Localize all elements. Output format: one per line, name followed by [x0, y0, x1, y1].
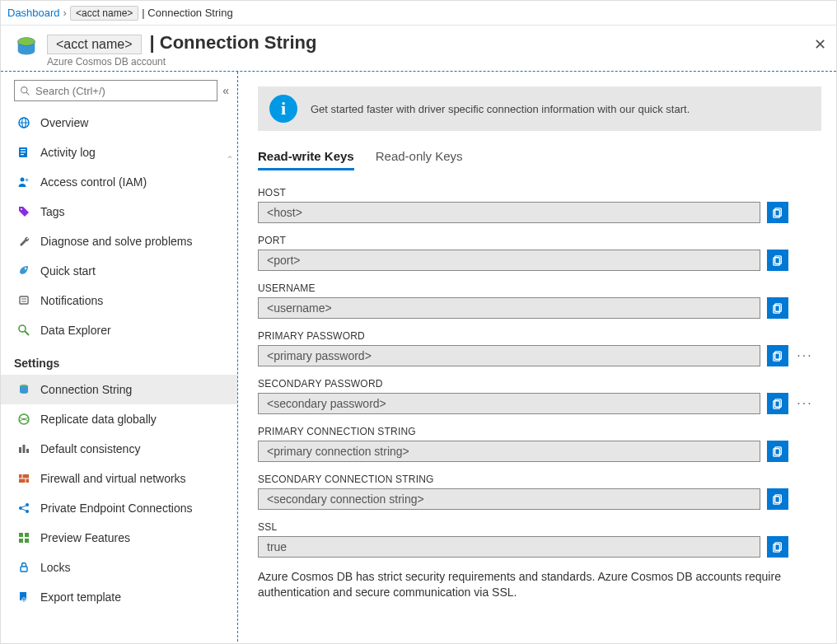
value-primary-connection-string[interactable]: <primary connection string>: [258, 441, 760, 462]
breadcrumb-dashboard[interactable]: Dashboard: [7, 7, 60, 19]
svg-rect-37: [19, 539, 23, 543]
copy-port-button[interactable]: [767, 250, 788, 271]
nav-label: Export template: [40, 590, 121, 604]
tabs: Read-write Keys Read-only Keys: [258, 149, 821, 170]
main-content: i Get started faster with driver specifi…: [238, 72, 836, 644]
header-subtitle: Azure Cosmos DB account: [47, 56, 316, 68]
nav-notifications[interactable]: Notifications: [1, 286, 237, 315]
nav-label: Notifications: [40, 294, 103, 307]
copy-secondary-connection-string-button[interactable]: [767, 488, 788, 510]
bell-icon: [17, 294, 30, 307]
svg-line-34: [22, 509, 26, 511]
nav-consistency[interactable]: Default consistency: [1, 434, 237, 464]
info-banner: i Get started faster with driver specifi…: [258, 86, 821, 131]
more-primary-password-button[interactable]: ···: [795, 348, 815, 363]
network-icon: [17, 502, 30, 515]
nav-label: Connection String: [40, 383, 132, 396]
svg-rect-9: [21, 149, 26, 150]
svg-line-4: [26, 92, 29, 95]
blade-header: <acct name> | Connection String Azure Co…: [1, 26, 836, 72]
tab-read-write[interactable]: Read-write Keys: [258, 149, 354, 170]
grid-icon: [17, 531, 30, 544]
svg-point-3: [21, 86, 27, 92]
sidebar: « ⌃ Overview Activity log Access control…: [1, 72, 238, 644]
label-primary-connection-string: PRIMARY CONNECTION STRING: [258, 426, 821, 437]
close-button[interactable]: ✕: [814, 35, 826, 54]
collapse-sidebar-button[interactable]: «: [222, 84, 229, 97]
value-secondary-connection-string[interactable]: <secondary connection string>: [258, 488, 760, 510]
breadcrumb-account[interactable]: <acct name>: [70, 6, 138, 21]
header-account-name: <acct name>: [47, 35, 142, 54]
tag-icon: [17, 205, 30, 218]
security-note: Azure Cosmos DB has strict security requ…: [258, 569, 802, 600]
value-port[interactable]: <port>: [258, 250, 760, 271]
sidebar-nav: Overview Activity log Access control (IA…: [1, 108, 237, 644]
nav-quick-start[interactable]: Quick start: [1, 256, 237, 286]
value-host[interactable]: <host>: [258, 202, 760, 223]
tab-read-only[interactable]: Read-only Keys: [376, 149, 463, 170]
copy-secondary-password-button[interactable]: [767, 393, 788, 414]
value-ssl[interactable]: true: [258, 536, 760, 558]
nav-label: Firewall and virtual networks: [40, 472, 186, 485]
nav-label: Default consistency: [40, 442, 140, 455]
label-secondary-password: SECONDARY PASSWORD: [258, 378, 821, 390]
nav-data-explorer[interactable]: Data Explorer: [1, 315, 237, 345]
nav-replicate[interactable]: Replicate data globally: [1, 404, 237, 434]
nav-preview[interactable]: Preview Features: [1, 523, 237, 553]
nav-label: Data Explorer: [40, 324, 111, 337]
page-title: | Connection String: [150, 32, 317, 54]
value-secondary-password[interactable]: <secondary password>: [258, 393, 760, 414]
people-icon: [17, 175, 30, 189]
nav-diagnose[interactable]: Diagnose and solve problems: [1, 226, 237, 256]
copy-ssl-button[interactable]: [767, 536, 788, 558]
explorer-icon: [17, 324, 30, 337]
nav-export-template[interactable]: Export template: [1, 582, 237, 612]
globe-icon: [17, 116, 30, 129]
nav-overview[interactable]: Overview: [1, 108, 237, 138]
nav-firewall[interactable]: Firewall and virtual networks: [1, 464, 237, 493]
scrollbar-up-icon[interactable]: ⌃: [226, 154, 234, 166]
nav-label: Locks: [40, 561, 71, 574]
nav-private-endpoint[interactable]: Private Endpoint Connections: [1, 493, 237, 523]
field-host: HOST <host>: [258, 187, 821, 223]
copy-primary-password-button[interactable]: [767, 345, 788, 366]
svg-point-2: [18, 38, 35, 45]
wrench-icon: [17, 235, 30, 248]
nav-access-control[interactable]: Access control (IAM): [1, 167, 237, 197]
svg-point-12: [21, 178, 25, 182]
label-host: HOST: [258, 187, 821, 198]
rocket-icon: [17, 264, 30, 278]
nav-activity-log[interactable]: Activity log: [1, 138, 237, 167]
field-username: USERNAME <username>: [258, 282, 821, 319]
svg-line-20: [25, 331, 29, 335]
field-primary-connection-string: PRIMARY CONNECTION STRING <primary conne…: [258, 426, 821, 462]
label-port: PORT: [258, 235, 821, 246]
nav-label: Activity log: [40, 146, 96, 159]
more-secondary-password-button[interactable]: ···: [795, 396, 815, 411]
search-input[interactable]: [14, 80, 217, 101]
search-icon: [20, 86, 30, 96]
label-username: USERNAME: [258, 282, 821, 294]
svg-line-33: [22, 506, 26, 507]
lock-icon: [17, 561, 30, 574]
field-port: PORT <port>: [258, 235, 821, 271]
nav-locks[interactable]: Locks: [1, 553, 237, 582]
log-icon: [17, 146, 30, 159]
nav-connection-string[interactable]: Connection String: [1, 375, 237, 404]
copy-host-button[interactable]: [767, 202, 788, 223]
svg-point-19: [19, 325, 26, 332]
breadcrumb: Dashboard › <acct name> | Connection Str…: [1, 1, 836, 26]
copy-primary-connection-string-button[interactable]: [767, 441, 788, 462]
svg-rect-25: [26, 449, 29, 453]
value-primary-password[interactable]: <primary password>: [258, 345, 760, 366]
svg-rect-24: [23, 445, 26, 453]
field-secondary-connection-string: SECONDARY CONNECTION STRING <secondary c…: [258, 474, 821, 510]
copy-username-button[interactable]: [767, 297, 788, 319]
search-field[interactable]: [35, 85, 212, 97]
breadcrumb-tail: | Connection String: [142, 7, 232, 19]
svg-point-14: [21, 208, 22, 210]
nav-tags[interactable]: Tags: [1, 197, 237, 226]
svg-point-13: [26, 179, 29, 182]
value-username[interactable]: <username>: [258, 297, 760, 319]
consistency-icon: [17, 442, 30, 455]
